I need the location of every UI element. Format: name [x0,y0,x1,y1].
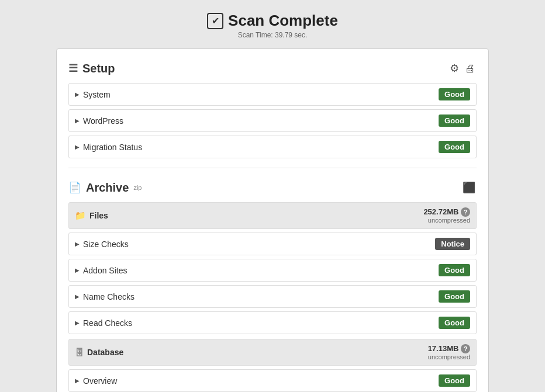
setup-title: ☰ Setup [68,62,115,75]
arrow-icon: ▶ [75,293,80,300]
setup-row-system[interactable]: ▶ System Good [68,83,477,106]
arrow-icon: ▶ [75,241,80,247]
files-info-icon[interactable]: ? [461,207,470,217]
setup-section-header: ☰ Setup ⚙ 🖨 [68,61,477,76]
arrow-icon: ▶ [75,267,80,273]
setup-row-wordpress[interactable]: ▶ WordPress Good [68,109,477,132]
db-info-icon[interactable]: ? [461,344,470,353]
archive-zip-label: zip [133,184,142,191]
arrow-icon: ▶ [75,91,80,98]
setup-actions: ⚙ 🖨 [449,61,477,76]
arrow-icon: ▶ [75,377,80,384]
badge-wordpress: Good [439,115,470,127]
setup-row-migration[interactable]: ▶ Migration Status Good [68,136,477,158]
check-icon: ✔ [207,13,223,29]
files-row-size-checks[interactable]: ▶ Size Checks Notice [68,233,477,255]
arrow-icon: ▶ [75,117,80,124]
files-row-read-checks[interactable]: ▶ Read Checks Good [68,311,477,334]
archive-file-icon: 📄 [68,181,81,194]
database-icon: 🗄 [75,348,84,358]
archive-title: 📄 Archive zip [68,181,142,195]
files-uncompressed-label: uncompressed [423,217,470,224]
archive-actions: ⬛ [461,180,477,195]
files-size: 252.72MB [423,207,458,216]
badge-read-checks: Good [439,317,470,329]
files-header: 📁 Files 252.72MB ? uncompressed [68,202,477,229]
badge-system: Good [439,88,470,100]
scan-time: Scan Time: 39.79 sec. [238,31,308,39]
files-row-addon-sites[interactable]: ▶ Addon Sites Good [68,259,477,282]
badge-size-checks: Notice [435,238,470,250]
files-row-name-checks[interactable]: ▶ Name Checks Good [68,285,477,308]
badge-name-checks: Good [439,290,470,303]
archive-download-icon[interactable]: ⬛ [461,180,477,195]
badge-migration: Good [439,141,470,153]
archive-section: 📄 Archive zip ⬛ 📁 Files 252.72MB ? uncom… [68,180,477,392]
main-card: ☰ Setup ⚙ 🖨 ▶ System Good ▶ WordPress Go… [56,48,489,392]
divider-1 [68,168,477,168]
db-size: 17.13MB [428,344,459,353]
database-header: 🗄 Database 17.13MB ? uncompressed [68,339,477,366]
setup-settings-icon[interactable]: ⚙ [449,61,460,76]
setup-list-icon: ☰ [68,62,78,75]
page-title: Scan Complete [228,12,338,30]
arrow-icon: ▶ [75,320,80,326]
folder-icon: 📁 [75,210,86,221]
setup-export-icon[interactable]: 🖨 [464,61,477,76]
page-header: ✔ Scan Complete Scan Time: 39.79 sec. [207,12,338,39]
badge-overview: Good [439,374,470,387]
db-uncompressed-label: uncompressed [428,353,470,360]
archive-section-header: 📄 Archive zip ⬛ [68,180,477,195]
db-row-overview[interactable]: ▶ Overview Good [68,369,477,392]
setup-section: ☰ Setup ⚙ 🖨 ▶ System Good ▶ WordPress Go… [68,61,477,158]
badge-addon-sites: Good [439,264,470,276]
arrow-icon: ▶ [75,144,80,150]
